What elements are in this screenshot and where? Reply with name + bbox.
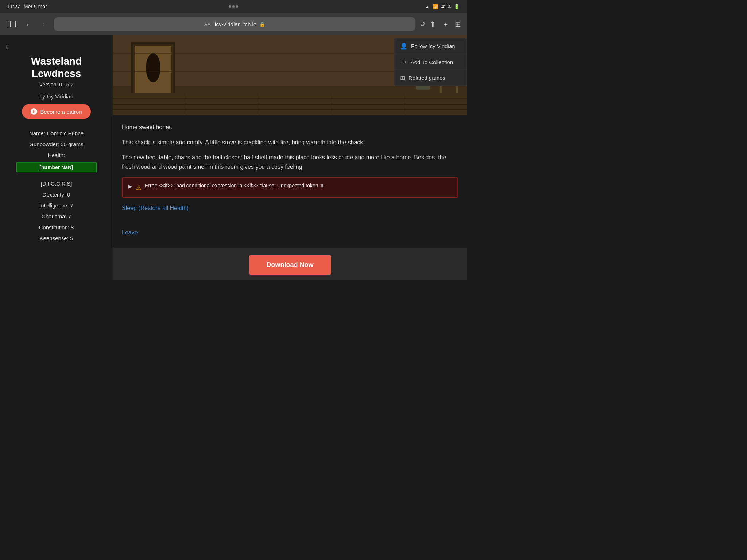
main-content: 👤 Follow Icy Viridian ≡+ Add To Collecti… [113, 35, 467, 280]
stat-health-label: Health: [6, 150, 107, 161]
svg-rect-0 [8, 21, 16, 27]
game-version: Version: 0.15.2 [39, 82, 73, 88]
battery-indicator: 42% [441, 4, 451, 9]
sidebar: ‹ Wasteland Lewdness Version: 0.15.2 by … [0, 35, 113, 280]
sleep-link[interactable]: Sleep (Restore all Health) [122, 203, 458, 213]
stat-constitution: Constitution: 8 [6, 222, 107, 233]
leave-link[interactable]: Leave [122, 228, 458, 237]
error-expand-button[interactable]: ▶ [128, 182, 132, 190]
game-author: by Icy Viridian [39, 93, 73, 100]
game-description: Home sweet home. This shack is simple an… [113, 115, 467, 248]
game-header-image: 👤 Follow Icy Viridian ≡+ Add To Collecti… [113, 35, 467, 115]
sidebar-toggle-button[interactable] [6, 18, 18, 30]
download-now-button[interactable]: Download Now [249, 255, 331, 275]
stat-keensense: Keensense: 5 [6, 233, 107, 244]
collection-icon: ≡+ [400, 59, 407, 65]
download-section: Download Now [113, 248, 467, 280]
reload-button[interactable]: ↺ [420, 20, 425, 28]
skills-label: [D.I.C.C.K.S] [6, 178, 107, 189]
desc-para-1: Home sweet home. [122, 122, 458, 132]
browser-actions: ⬆ ＋ ⊞ [430, 19, 461, 29]
date: Mer 9 mar [24, 4, 47, 9]
collapse-sidebar-button[interactable]: ‹ [6, 42, 8, 51]
follow-author-item[interactable]: 👤 Follow Icy Viridian [394, 38, 467, 54]
follow-label: Follow Icy Viridian [411, 43, 455, 49]
stat-name: Name: Dominic Prince [6, 128, 107, 139]
desc-para-2: This shack is simple and comfy. A little… [122, 138, 458, 147]
forward-button[interactable]: › [38, 18, 50, 30]
time: 11:27 [7, 4, 20, 9]
stats-section: Name: Dominic Prince Gunpowder: 50 grams… [6, 128, 107, 175]
share-button[interactable]: ⬆ [430, 20, 436, 28]
related-games-item[interactable]: ⊞ Related games [394, 70, 467, 86]
related-icon: ⊞ [400, 74, 405, 81]
become-patron-button[interactable]: P Become a patron [22, 104, 90, 119]
warning-icon: ⚠ [136, 183, 141, 192]
dropdown-menu: 👤 Follow Icy Viridian ≡+ Add To Collecti… [394, 38, 467, 86]
aa-label[interactable]: AA [204, 22, 210, 27]
health-bar-container: [number NaN] [6, 162, 107, 172]
health-value: [number NaN] [39, 162, 73, 172]
patreon-icon: P [31, 108, 37, 115]
stat-dexterity: Dexterity: 0 [6, 189, 107, 200]
game-title: Wasteland Lewdness [6, 55, 107, 79]
tabs-button[interactable]: ⊞ [455, 20, 461, 28]
browser-chrome: ‹ › AA icy-viridian.itch.io 🔒 ↺ ⬆ ＋ ⊞ [0, 13, 467, 35]
health-bar: [number NaN] [16, 162, 97, 172]
desc-para-3: The new bed, table, chairs and the half … [122, 153, 458, 171]
skills-section: [D.I.C.C.K.S] Dexterity: 0 Intelligence:… [6, 178, 107, 244]
three-dots [229, 5, 238, 8]
location-icon: ▲ [425, 4, 430, 9]
back-button[interactable]: ‹ [22, 18, 34, 30]
main-layout: ‹ Wasteland Lewdness Version: 0.15.2 by … [0, 35, 467, 280]
error-box: ▶ ⚠ Error: <<if>>: bad conditional expre… [122, 177, 458, 198]
related-label: Related games [409, 75, 445, 81]
stat-charisma: Charisma: 7 [6, 211, 107, 222]
new-tab-button[interactable]: ＋ [442, 19, 449, 29]
lock-icon: 🔒 [259, 22, 265, 27]
battery-icon: 🔋 [454, 4, 460, 9]
address-bar[interactable]: AA icy-viridian.itch.io 🔒 [54, 17, 415, 31]
patreon-label: Become a patron [40, 109, 82, 115]
status-bar: 11:27 Mer 9 mar ▲ 📶 42% 🔋 [0, 0, 467, 13]
svg-point-7 [146, 53, 160, 82]
url-display: icy-viridian.itch.io [215, 21, 256, 27]
stat-gunpowder: Gunpowder: 50 grams [6, 139, 107, 150]
stat-intelligence: Intelligence: 7 [6, 200, 107, 211]
add-to-collection-item[interactable]: ≡+ Add To Collection [394, 54, 467, 70]
wifi-icon: 📶 [433, 4, 438, 9]
error-message: Error: <<if>>: bad conditional expressio… [145, 182, 325, 190]
collection-label: Add To Collection [411, 59, 453, 65]
follow-icon: 👤 [400, 43, 407, 50]
